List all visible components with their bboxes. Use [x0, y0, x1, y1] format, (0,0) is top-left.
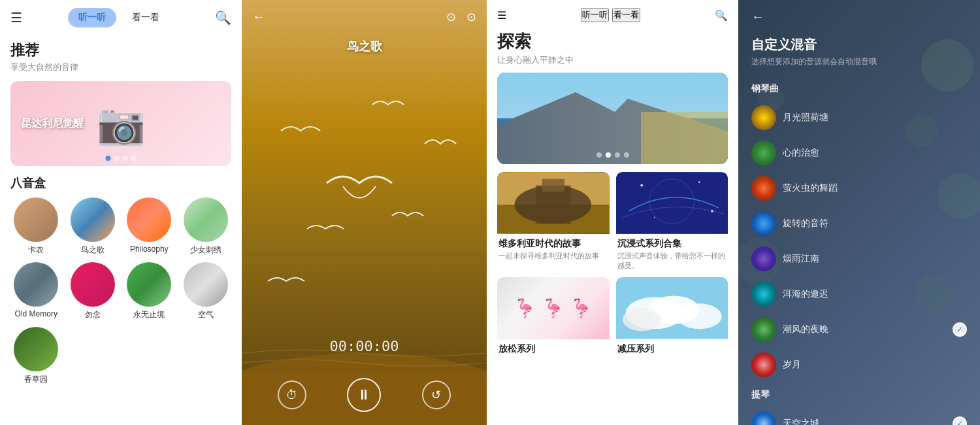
- repeat-button[interactable]: ↺: [422, 381, 451, 409]
- list-item[interactable]: 卡农: [10, 197, 62, 256]
- explore-card[interactable]: 🦩 🦩 🦩 放松系列: [497, 277, 610, 356]
- card-image-victoria: [497, 172, 610, 234]
- panel-explore: ☰ 听一听 看一看 🔍 探索 让身心融入平静之中 静心冥想的治疗音乐: [487, 0, 738, 425]
- panel-recommend: ☰ 听一听 看一看 🔍 推荐 享受大自然的音律 📷 昆达利尼觉醒 八音盒 卡农 …: [0, 0, 242, 425]
- share-icon[interactable]: ⊙: [446, 10, 456, 24]
- list-item[interactable]: 岁月: [751, 347, 967, 382]
- tab-watch[interactable]: 看一看: [122, 8, 170, 27]
- svg-rect-12: [616, 173, 728, 233]
- svg-rect-11: [542, 179, 564, 192]
- thumb-tide: [751, 317, 776, 342]
- nav-bar: ☰ 听一听 看一看 🔍: [10, 0, 231, 35]
- section-title: 推荐: [10, 41, 231, 60]
- card-sub: 一起来探寻维多利亚时代的故事: [497, 251, 610, 261]
- item-label: 心的治愈: [783, 147, 967, 159]
- explore-card[interactable]: 减压系列: [616, 277, 728, 356]
- thumb-ocean: [751, 282, 776, 307]
- menu-icon[interactable]: ☰: [497, 9, 506, 22]
- player-controls: ⏱ ⏸ ↺: [242, 367, 487, 425]
- explore-banner[interactable]: 静心冥想的治疗音乐: [497, 73, 728, 164]
- card-image-starry: [616, 172, 728, 234]
- explore-sub: 让身心融入平静之中: [487, 53, 738, 73]
- box-title: 八音盒: [10, 175, 231, 191]
- item-label: 洱海的邀迟: [783, 288, 967, 300]
- svg-point-15: [698, 181, 700, 183]
- card-image-flamingo: 🦩 🦩 🦩: [497, 277, 610, 339]
- card-sub: 沉浸式声音体验，带给您不一样的感受。: [616, 251, 728, 271]
- list-item[interactable]: 香草园: [10, 327, 62, 385]
- thumb-firefly: [751, 176, 776, 201]
- list-item[interactable]: 鸟之歌: [67, 197, 119, 256]
- banner-dot-3[interactable]: [615, 152, 620, 158]
- back-icon[interactable]: ←: [751, 9, 764, 24]
- section-label-violin: 提琴: [751, 389, 967, 401]
- list-item[interactable]: 烟雨江南: [751, 241, 967, 277]
- play-pause-button[interactable]: ⏸: [347, 378, 381, 412]
- list-item[interactable]: 洱海的邀迟: [751, 277, 967, 312]
- banner-dot-2[interactable]: [114, 156, 120, 161]
- svg-point-16: [653, 217, 655, 218]
- card-title: 沉浸式系列合集: [616, 238, 728, 250]
- list-item[interactable]: 少女刺绣: [180, 197, 232, 256]
- timer-button[interactable]: ⏱: [278, 381, 306, 409]
- section-label-piano: 钢琴曲: [751, 83, 967, 95]
- thumb-kongqi: [184, 262, 228, 307]
- list-item[interactable]: 勿念: [67, 262, 119, 320]
- player-header: ← ⊙ ⊙: [242, 0, 487, 33]
- thumb-philosophy: [127, 197, 171, 242]
- tab-listen[interactable]: 听一听: [581, 8, 609, 22]
- menu-icon[interactable]: ☰: [10, 10, 22, 26]
- player-overlay: ← ⊙ ⊙ 鸟之歌 00:00:00 ⏱ ⏸ ↺: [242, 0, 487, 425]
- banner-dot-1[interactable]: [106, 156, 111, 161]
- check-icon[interactable]: ✓: [953, 416, 967, 425]
- thumb-niaoge: [71, 197, 115, 242]
- music-label: Old Memory: [15, 309, 57, 318]
- svg-point-21: [677, 303, 722, 329]
- more-icon[interactable]: ⊙: [466, 10, 476, 24]
- list-item[interactable]: 天空之城 ✓: [751, 406, 967, 425]
- song-title: 鸟之歌: [242, 39, 487, 54]
- banner[interactable]: 📷 昆达利尼觉醒: [10, 81, 231, 166]
- list-item[interactable]: 月光照荷塘: [751, 100, 967, 135]
- thumb-munie: [71, 262, 115, 307]
- check-icon[interactable]: ✓: [953, 322, 967, 337]
- panel4-header: ←: [751, 0, 967, 33]
- banner-dot-4[interactable]: [131, 156, 137, 161]
- item-label: 岁月: [783, 359, 967, 371]
- list-item[interactable]: 空气: [180, 262, 232, 320]
- list-item[interactable]: 萤火虫的舞蹈: [751, 171, 967, 206]
- back-icon[interactable]: ←: [252, 9, 265, 24]
- list-item[interactable]: 旋转的音符: [751, 206, 967, 241]
- explore-card[interactable]: 沉浸式系列合集 沉浸式声音体验，带给您不一样的感受。: [616, 172, 728, 271]
- list-item[interactable]: 永无止境: [123, 262, 175, 320]
- panel-player: ← ⊙ ⊙ 鸟之歌 00:00:00 ⏱ ⏸ ↺: [242, 0, 487, 425]
- flamingo-3: 🦩: [570, 298, 593, 319]
- banner-text: 昆达利尼觉醒: [21, 117, 84, 131]
- thumb-kanong: [14, 197, 58, 242]
- thumb-nvci: [184, 197, 228, 242]
- card-title: 减压系列: [616, 343, 728, 355]
- banner-dot-2[interactable]: [606, 152, 611, 158]
- list-item[interactable]: Philosophy: [123, 197, 175, 256]
- search-icon[interactable]: 🔍: [715, 9, 728, 22]
- starry-illustration: [616, 172, 728, 234]
- banner-dots: [106, 156, 137, 161]
- list-item[interactable]: 潮风的夜晚 ✓: [751, 312, 967, 347]
- banner-dot-1[interactable]: [596, 152, 602, 158]
- card-title: 放松系列: [497, 343, 610, 355]
- banner-dot-4[interactable]: [624, 152, 629, 158]
- tab-watch[interactable]: 看一看: [612, 8, 640, 22]
- explore-card[interactable]: 维多利亚时代的故事 一起来探寻维多利亚时代的故事: [497, 172, 610, 271]
- card-title: 维多利亚时代的故事: [497, 238, 610, 250]
- camera-icon: 📷: [97, 101, 146, 147]
- search-icon[interactable]: 🔍: [215, 10, 231, 26]
- tab-listen[interactable]: 听一听: [68, 8, 116, 27]
- banner-dot-3[interactable]: [123, 156, 128, 161]
- list-item[interactable]: 心的治愈: [751, 135, 967, 171]
- flamingo-1: 🦩: [514, 298, 536, 319]
- svg-point-14: [640, 184, 643, 187]
- music-label: 勿念: [85, 309, 101, 320]
- thumb-sky: [751, 411, 776, 425]
- list-item[interactable]: Old Memory: [10, 262, 62, 320]
- svg-rect-6: [641, 112, 728, 164]
